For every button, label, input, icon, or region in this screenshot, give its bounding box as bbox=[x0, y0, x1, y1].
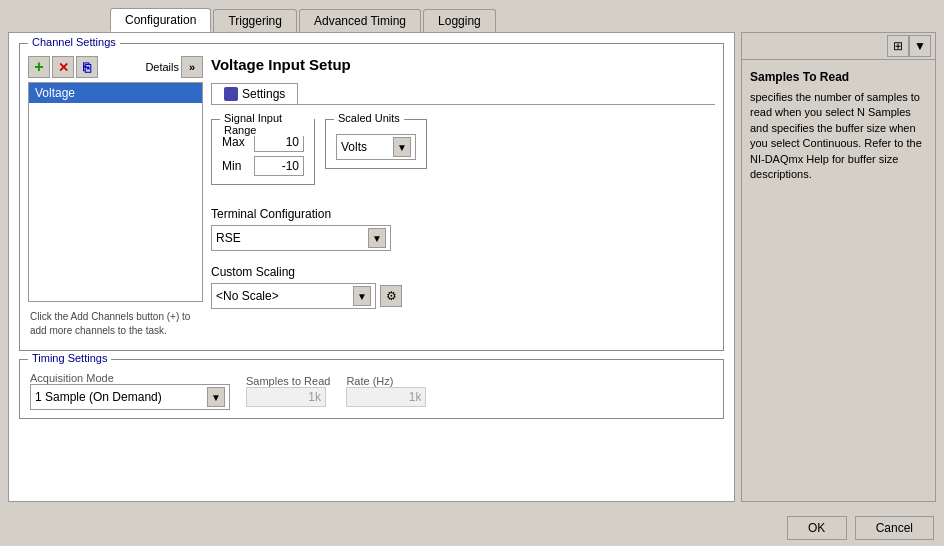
scaled-units-label: Scaled Units bbox=[334, 112, 404, 124]
custom-scaling-label: Custom Scaling bbox=[211, 265, 715, 279]
samples-group: Samples to Read bbox=[246, 375, 330, 407]
signal-range-box: Signal Input Range Max Min bbox=[211, 119, 315, 185]
sidebar-help-text: specifies the number of samples to read … bbox=[750, 90, 927, 182]
channel-list-area: + ✕ ⎘ Details » bbox=[28, 56, 203, 342]
terminal-chevron-icon: ▼ bbox=[372, 233, 382, 244]
ok-button[interactable]: OK bbox=[787, 516, 847, 540]
scaled-units-select[interactable]: Volts ▼ bbox=[336, 134, 416, 160]
settings-tab-label: Settings bbox=[242, 87, 285, 101]
channel-list-scroll[interactable]: Voltage bbox=[28, 82, 203, 302]
terminal-config-label: Terminal Configuration bbox=[211, 207, 715, 221]
content-area: Channel Settings + ✕ ⎘ bbox=[0, 32, 944, 510]
channel-toolbar: + ✕ ⎘ Details » bbox=[28, 56, 203, 78]
custom-scaling-chevron-icon: ▼ bbox=[357, 291, 367, 302]
max-label: Max bbox=[222, 135, 250, 149]
acquisition-mode-arrow[interactable]: ▼ bbox=[207, 387, 225, 407]
min-row: Min bbox=[222, 156, 304, 176]
signal-scaled-row: Signal Input Range Max Min bbox=[211, 119, 715, 185]
custom-scaling-section: Custom Scaling <No Scale> ▼ ⚙ bbox=[211, 265, 715, 309]
tab-logging[interactable]: Logging bbox=[423, 9, 496, 32]
settings-tab-settings[interactable]: Settings bbox=[211, 83, 298, 104]
samples-to-read-label: Samples to Read bbox=[246, 375, 330, 387]
cancel-button[interactable]: Cancel bbox=[855, 516, 934, 540]
timing-settings-group: Timing Settings Acquisition Mode 1 Sampl… bbox=[19, 359, 724, 419]
sidebar-help-title: Samples To Read bbox=[750, 68, 927, 86]
custom-scaling-icon-btn[interactable]: ⚙ bbox=[380, 285, 402, 307]
sidebar-grid-icon: ⊞ bbox=[893, 39, 903, 53]
x-icon: ✕ bbox=[58, 60, 69, 75]
terminal-config-value: RSE bbox=[216, 231, 241, 245]
tab-advanced-timing[interactable]: Advanced Timing bbox=[299, 9, 421, 32]
tab-triggering[interactable]: Triggering bbox=[213, 9, 297, 32]
arrows-icon: » bbox=[189, 61, 195, 73]
terminal-section: Terminal Configuration RSE ▼ bbox=[211, 207, 715, 251]
channel-settings-inner: + ✕ ⎘ Details » bbox=[28, 56, 715, 342]
rate-label: Rate (Hz) bbox=[346, 375, 426, 387]
main-panel: Channel Settings + ✕ ⎘ bbox=[8, 32, 735, 502]
copy-channel-button[interactable]: ⎘ bbox=[76, 56, 98, 78]
channel-item-voltage[interactable]: Voltage bbox=[29, 83, 202, 103]
channel-settings-group: Channel Settings + ✕ ⎘ bbox=[19, 43, 724, 351]
add-channel-button[interactable]: + bbox=[28, 56, 50, 78]
scaled-units-chevron: ▼ bbox=[397, 142, 407, 153]
sidebar-dropdown-icon: ▼ bbox=[914, 39, 926, 53]
voltage-setup-title: Voltage Input Setup bbox=[211, 56, 715, 73]
rate-input bbox=[346, 387, 426, 407]
custom-scaling-value: <No Scale> bbox=[216, 289, 279, 303]
acquisition-mode-label: Acquisition Mode bbox=[30, 372, 230, 384]
tab-configuration[interactable]: Configuration bbox=[110, 8, 211, 32]
min-input[interactable] bbox=[254, 156, 304, 176]
scaled-units-arrow[interactable]: ▼ bbox=[393, 137, 411, 157]
voltage-setup: Voltage Input Setup Settings Signal Inpu… bbox=[211, 56, 715, 342]
custom-scaling-select[interactable]: <No Scale> ▼ bbox=[211, 283, 376, 309]
details-label: Details bbox=[104, 61, 179, 73]
settings-tab-bar: Settings bbox=[211, 83, 715, 105]
acquisition-mode-value: 1 Sample (On Demand) bbox=[35, 390, 162, 404]
samples-to-read-input bbox=[246, 387, 326, 407]
channel-hint: Click the Add Channels button (+) to add… bbox=[28, 306, 203, 342]
sidebar-toolbar: ⊞ ▼ bbox=[742, 33, 935, 60]
min-label: Min bbox=[222, 159, 250, 173]
acquisition-chevron-icon: ▼ bbox=[211, 392, 221, 403]
rate-group: Rate (Hz) bbox=[346, 375, 426, 407]
cog-icon: ⚙ bbox=[386, 289, 397, 303]
acquisition-mode-select[interactable]: 1 Sample (On Demand) ▼ bbox=[30, 384, 230, 410]
main-container: Configuration Triggering Advanced Timing… bbox=[0, 0, 944, 546]
timing-inner: Acquisition Mode 1 Sample (On Demand) ▼ bbox=[30, 372, 713, 410]
scaled-units-box: Scaled Units Volts ▼ bbox=[325, 119, 427, 169]
timing-row: Acquisition Mode 1 Sample (On Demand) ▼ bbox=[30, 372, 713, 410]
sidebar-dropdown-button[interactable]: ▼ bbox=[909, 35, 931, 57]
settings-tab-icon bbox=[224, 87, 238, 101]
remove-channel-button[interactable]: ✕ bbox=[52, 56, 74, 78]
custom-scaling-row: <No Scale> ▼ ⚙ bbox=[211, 283, 715, 309]
custom-scaling-arrow[interactable]: ▼ bbox=[353, 286, 371, 306]
acquisition-group: Acquisition Mode 1 Sample (On Demand) ▼ bbox=[30, 372, 230, 410]
terminal-config-select[interactable]: RSE ▼ bbox=[211, 225, 391, 251]
timing-settings-label: Timing Settings bbox=[28, 352, 111, 364]
terminal-config-arrow[interactable]: ▼ bbox=[368, 228, 386, 248]
tab-bar: Configuration Triggering Advanced Timing… bbox=[0, 0, 944, 32]
scaled-units-value: Volts bbox=[341, 140, 367, 154]
signal-range-label: Signal Input Range bbox=[220, 112, 314, 136]
copy-icon: ⎘ bbox=[83, 60, 91, 75]
sidebar-content: Samples To Read specifies the number of … bbox=[742, 60, 935, 190]
bottom-bar: OK Cancel bbox=[0, 510, 944, 546]
details-expand-button[interactable]: » bbox=[181, 56, 203, 78]
sidebar-icon-button[interactable]: ⊞ bbox=[887, 35, 909, 57]
plus-icon: + bbox=[34, 58, 43, 76]
channel-settings-label: Channel Settings bbox=[28, 36, 120, 48]
right-sidebar: ⊞ ▼ Samples To Read specifies the number… bbox=[741, 32, 936, 502]
